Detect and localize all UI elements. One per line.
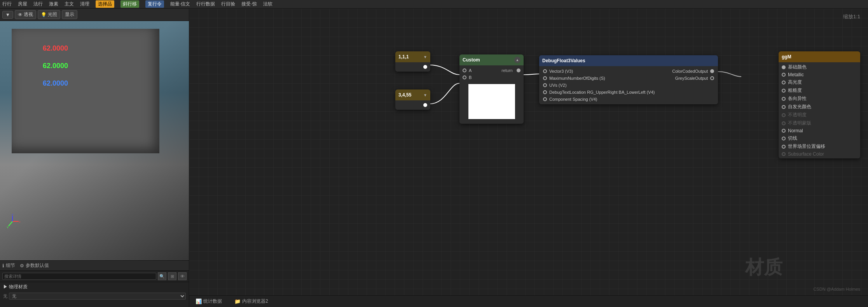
menu-item-1[interactable]: 行行 (2, 1, 12, 7)
node-ggm-pin-2[interactable] (782, 81, 786, 84)
perspective-label: 透视 (24, 11, 33, 18)
node-debug-input-3[interactable] (543, 90, 547, 94)
scale-indicator: 缩放1:1 (843, 13, 860, 20)
viewport-quad (12, 29, 159, 153)
viewport-axes: X Y Z (5, 214, 20, 229)
node-const1-body (395, 62, 430, 72)
node-debug-row-3: DebugTextLocation RG_UpperRight BA_Lower… (539, 89, 718, 96)
node-const2-title: 3,4,55 (398, 92, 411, 98)
node-ggm-label-0: 基础颜色 (788, 64, 807, 70)
eye-button[interactable]: 👁 (178, 272, 187, 280)
menu-item-14[interactable]: 法软 (263, 1, 272, 7)
node-ggm-pin-9[interactable] (782, 137, 786, 140)
grid-view-button[interactable]: ⊞ (168, 272, 176, 280)
node-custom-input-b[interactable] (463, 75, 466, 79)
node-const1-pin-row (395, 64, 430, 70)
node-debug-input-0[interactable] (543, 69, 547, 73)
node-ggm: ggM 基础颜色 Metallic 高光度 (779, 51, 860, 158)
display-label: 显示 (65, 11, 74, 18)
node-ggm-row-6: 不透明度 (779, 111, 860, 119)
main-layout: ▼ 👁 透视 💡 光照 显示 62.0000 62.0000 62.0000 (0, 9, 868, 307)
node-const2-header: 3,4,55 ▼ (395, 89, 430, 100)
right-panel: 缩放1:1 1,1,1 ▼ (189, 9, 868, 307)
node-custom-preview (468, 84, 515, 119)
menu-item-2[interactable]: 房屋 (18, 1, 27, 7)
menu-item-6[interactable]: 清理 (80, 1, 89, 7)
node-ggm-pin-1[interactable] (782, 73, 786, 77)
node-debug-body: Vector3 (V3) ColorCodedOutput MaximumNum… (539, 66, 718, 104)
node-ggm-row-10: 世界场景位置偏移 (779, 142, 860, 151)
node-debug-output-pin-0[interactable] (710, 69, 714, 73)
phys-material-label: ▶ 物理材质 (0, 282, 189, 292)
node-debug-row-0: Vector3 (V3) ColorCodedOutput (539, 68, 718, 75)
node-debug-output-label-0: ColorCodedOutput (672, 69, 708, 74)
node-custom-output[interactable] (517, 68, 520, 72)
node-ggm-pin-6[interactable] (782, 113, 786, 117)
node-const2: 3,4,55 ▼ (395, 89, 430, 110)
node-const2-body (395, 100, 430, 110)
node-custom-collapse[interactable]: ▲ (514, 57, 520, 63)
node-ggm-pin-11[interactable] (782, 152, 786, 156)
node-debug-input-2[interactable] (543, 83, 547, 87)
display-button[interactable]: 显示 (62, 10, 77, 19)
node-ggm-pin-7[interactable] (782, 121, 786, 125)
collapse-icon[interactable]: ▶ (3, 284, 8, 289)
node-ggm-pin-8[interactable] (782, 129, 786, 133)
node-debug-output-pin-1[interactable] (710, 76, 714, 80)
phys-label-text: 物理材质 (9, 284, 28, 289)
menu-item-11[interactable]: 行行数据 (196, 1, 215, 7)
node-ggm-label-7: 不透明蒙版 (788, 120, 811, 126)
menu-item-12[interactable]: 行目验 (221, 1, 235, 7)
node-ggm-pin-3[interactable] (782, 89, 786, 93)
node-ggm-label-2: 高光度 (788, 79, 802, 86)
watermark: 材质 (745, 255, 782, 280)
node-ggm-pin-4[interactable] (782, 97, 786, 101)
node-debug-input-1[interactable] (543, 76, 547, 80)
menu-item-10[interactable]: 能量·信文 (170, 1, 190, 7)
perspective-button[interactable]: 👁 透视 (15, 10, 36, 19)
viewport-toolbar: ▼ 👁 透视 💡 光照 显示 (0, 9, 189, 21)
tab-content-browser[interactable]: 📁 内容浏览器2 (231, 297, 271, 306)
node-ggm-row-4: 各向异性 (779, 95, 860, 103)
tab-params[interactable]: ⚙ 参数默认值 (20, 262, 49, 269)
node-ggm-pin-0[interactable] (782, 65, 786, 69)
node-custom-pin-b: B (459, 74, 524, 81)
node-const2-dropdown[interactable]: ▼ (423, 93, 427, 97)
viewport-numbers: 62.0000 62.0000 62.0000 (43, 44, 68, 88)
menu-item-highlight1[interactable]: 选择品 (96, 0, 114, 8)
tab-details[interactable]: ℹ 细节 (2, 262, 15, 269)
node-debug-label-4: Component Spacing (V4) (549, 97, 597, 102)
csdn-credit: CSDN @Addam Holmes (813, 287, 860, 291)
menu-item-4[interactable]: 激素 (49, 1, 58, 7)
node-const1-dropdown[interactable]: ▼ (423, 55, 427, 59)
node-custom-input-a[interactable] (463, 68, 466, 72)
node-ggm-body: 基础颜色 Metallic 高光度 粗糙度 (779, 62, 860, 158)
menu-item-3[interactable]: 法行 (33, 1, 43, 7)
search-input[interactable] (2, 273, 156, 280)
tab-details-icon: ℹ (2, 263, 4, 268)
menu-item-13[interactable]: 接受·惊 (241, 1, 257, 7)
menu-item-5[interactable]: 主文 (65, 1, 74, 7)
node-const1-title: 1,1,1 (398, 54, 409, 60)
connections-svg (189, 9, 868, 295)
node-const2-output-pin[interactable] (423, 103, 427, 107)
node-ggm-pin-10[interactable] (782, 145, 786, 149)
node-ggm-row-3: 粗糙度 (779, 86, 860, 95)
node-debug-header: DebugFloat3Values (539, 55, 718, 66)
viewport-area: 62.0000 62.0000 62.0000 X Y Z ⬛ ⚬ ▣ (0, 21, 189, 260)
bottom-tabs: ℹ 细节 ⚙ 参数默认值 (0, 261, 189, 271)
node-ggm-label-6: 不透明度 (788, 112, 807, 118)
viewport-menu-button[interactable]: ▼ (2, 11, 13, 19)
node-debug-input-4[interactable] (543, 97, 547, 101)
node-const1-output-pin[interactable] (423, 65, 427, 69)
lighting-button[interactable]: 💡 光照 (38, 10, 60, 19)
node-debug-label-3: DebugTextLocation RG_UpperRight BA_Lower… (549, 90, 655, 95)
menu-item-highlight3[interactable]: 复行令 (145, 0, 164, 8)
menu-item-highlight2[interactable]: 斜行移 (121, 0, 139, 8)
bottom-panel: ℹ 细节 ⚙ 参数默认值 🔍 ⊞ 👁 ▶ 物理材质 (0, 260, 189, 307)
tab-statistics[interactable]: 📊 统计数据 (192, 297, 225, 306)
material-select[interactable]: 无 (9, 293, 186, 300)
node-ggm-pin-5[interactable] (782, 105, 786, 109)
node-graph[interactable]: 缩放1:1 1,1,1 ▼ (189, 9, 868, 295)
search-button[interactable]: 🔍 (158, 272, 166, 280)
